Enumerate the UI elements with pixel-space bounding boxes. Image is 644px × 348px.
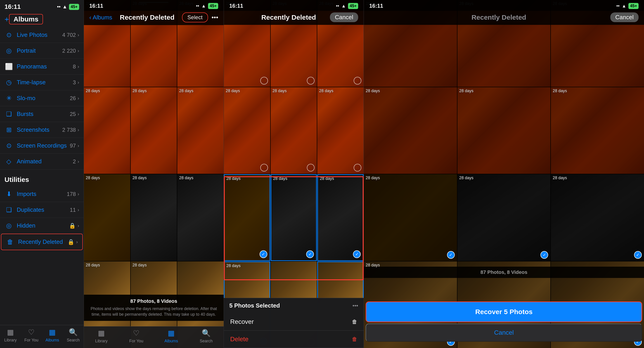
status-icons-2: •• ▲ 45+: [196, 3, 218, 9]
album-item-imports[interactable]: ⬇ Imports 178 ›: [0, 186, 84, 202]
days-label: 28 days: [226, 264, 240, 268]
album-count: 4 702: [62, 32, 76, 38]
tab-bar-2: ▦ Library ♡ For You ▦ Albums 🔍 Search: [84, 326, 224, 348]
cancel-button-3[interactable]: Cancel: [330, 12, 358, 22]
photo-cell: 28 days: [551, 87, 644, 174]
add-album-button[interactable]: +: [4, 15, 9, 24]
photo-cell-selected[interactable]: 28 days ✓: [271, 174, 317, 261]
tab-label: Search: [67, 338, 80, 343]
hidden-icon: ◎: [4, 222, 13, 229]
photo-cell: 28 days✓: [364, 174, 457, 261]
photo-cell: 28 days: [364, 87, 457, 174]
selected-check: ✓: [634, 251, 642, 259]
photo-cell: 28 days: [458, 87, 550, 174]
tab-library-2[interactable]: ▦ Library: [84, 329, 119, 344]
days-label: 28 days: [86, 89, 100, 93]
album-item-portrait[interactable]: ◎ Portrait 2 220 ›: [0, 43, 84, 59]
status-bar-1: 16:11 •• ▲ 45+: [0, 0, 84, 12]
photo-cell[interactable]: 28 days: [224, 87, 270, 174]
tab-albums[interactable]: ▦ Albums: [42, 328, 63, 343]
wifi-icon-2: ▲: [202, 3, 206, 8]
photo-grid-3: 28 days 28 days 28 days 28 days 28 days …: [224, 0, 364, 348]
days-label: 28 days: [272, 89, 287, 93]
days-label: 28 days: [366, 89, 380, 93]
album-item-duplicates[interactable]: ❑ Duplicates 11 ›: [0, 202, 84, 218]
live-photos-icon: ⊙: [4, 31, 13, 39]
wifi-icon: ▲: [62, 4, 68, 10]
time-4: 16:11: [369, 3, 383, 9]
photo-cell-selected[interactable]: 28 days ✓: [317, 174, 364, 261]
tab-search[interactable]: 🔍 Search: [63, 328, 84, 343]
status-icons-3: •• ▲ 45+: [336, 3, 358, 9]
album-item-screen-recordings[interactable]: ⊙ Screen Recordings 97 ›: [0, 138, 84, 154]
album-item-timelapse[interactable]: ◷ Time-lapse 3 ›: [0, 74, 84, 90]
more-options-icon[interactable]: •••: [352, 303, 358, 309]
recover-option[interactable]: Recover 🗑: [224, 313, 364, 331]
album-item-animated[interactable]: ◇ Animated 2 ›: [0, 154, 84, 169]
panel-albums-sidebar: 16:11 •• ▲ 45+ + Albums ⊙ Live Photos 4 …: [0, 0, 84, 348]
album-name: Hidden: [17, 222, 69, 229]
photo-cell[interactable]: 28 days: [317, 87, 364, 174]
selected-check: ✓: [540, 251, 548, 259]
days-label: 28 days: [179, 89, 193, 93]
photo-cell: 28 days: [84, 174, 130, 261]
chevron-icon: ›: [78, 207, 79, 212]
portrait-icon: ◎: [4, 47, 13, 54]
photo-cell[interactable]: 28 days: [271, 87, 317, 174]
days-label: 28 days: [459, 176, 474, 180]
cancel-recovery-button[interactable]: Cancel: [366, 324, 642, 342]
album-count: 2 220: [62, 48, 76, 54]
album-name: Recently Deleted: [18, 238, 68, 245]
album-count: 3: [73, 79, 76, 86]
tab-label: Library: [95, 339, 108, 344]
album-item-panoramas[interactable]: ⬜ Panoramas 8 ›: [0, 59, 84, 74]
chevron-icon: ›: [78, 223, 79, 228]
photo-cell-selected[interactable]: 28 days ✓: [224, 174, 270, 261]
signal-icon-3: ••: [336, 3, 339, 8]
library-icon-2: ▦: [98, 329, 105, 337]
panel-recently-deleted: 28 days 28 days 28 days 28 days 28 days …: [84, 0, 224, 348]
bottom-info-2: 87 Photos, 8 Videos Photos and videos sh…: [84, 295, 224, 321]
signal-icon-2: ••: [196, 3, 199, 8]
select-circle: [354, 164, 361, 172]
tab-library[interactable]: ▦ Library: [0, 328, 21, 343]
tab-bar-1: ▦ Library ♡ For You ▦ Albums 🔍 Search: [0, 325, 84, 348]
photo-count-2: 87 Photos, 8 Videos: [89, 298, 218, 304]
chevron-icon: ›: [78, 159, 79, 164]
tab-for-you[interactable]: ♡ For You: [21, 328, 42, 343]
for-you-icon: ♡: [28, 328, 34, 337]
select-button[interactable]: Select: [182, 12, 208, 22]
album-item-screenshots[interactable]: ⊞ Screenshots 2 738 ›: [0, 122, 84, 138]
delete-option[interactable]: Delete 🗑: [224, 331, 364, 348]
recover-5-photos-button[interactable]: Recover 5 Photos: [366, 302, 642, 322]
action-sheet: 5 Photos Selected ••• Recover 🗑 Delete 🗑: [224, 298, 364, 348]
selected-check: ✓: [353, 250, 361, 258]
album-item-hidden[interactable]: ◎ Hidden 🔒 ›: [0, 218, 84, 234]
album-name: Bursts: [17, 110, 70, 117]
animated-icon: ◇: [4, 158, 13, 165]
days-label: 28 days: [366, 176, 380, 180]
status-bar-3: 16:11 •• ▲ 45+: [224, 0, 364, 11]
tab-label: Library: [4, 338, 17, 343]
album-item-slomo[interactable]: ✳ Slo-mo 26 ›: [0, 90, 84, 106]
photo-cell: 28 days: [177, 87, 224, 174]
signal-icon-4: ••: [616, 3, 620, 8]
tab-for-you-2[interactable]: ♡ For You: [119, 329, 154, 344]
album-name: Imports: [17, 191, 67, 198]
status-bar-2: 16:11 •• ▲ 45+: [84, 0, 224, 11]
album-item-bursts[interactable]: ❑ Bursts 25 ›: [0, 106, 84, 122]
album-name: Duplicates: [17, 206, 70, 213]
cancel-button-4[interactable]: Cancel: [610, 12, 638, 22]
album-item-live-photos[interactable]: ⊙ Live Photos 4 702 ›: [0, 27, 84, 43]
library-icon: ▦: [7, 328, 14, 337]
selected-check: ✓: [306, 250, 314, 258]
status-bar-4: 16:11 •• ▲ 45+: [364, 0, 644, 11]
tab-search-2[interactable]: 🔍 Search: [189, 329, 224, 344]
album-count: 178: [67, 191, 76, 197]
back-button[interactable]: ‹ Albums: [89, 14, 112, 21]
tab-albums-2[interactable]: ▦ Albums: [154, 329, 189, 344]
album-item-recently-deleted[interactable]: 🗑 Recently Deleted 🔒 ›: [1, 234, 83, 250]
screen-recording-icon: ⊙: [4, 142, 13, 149]
back-chevron-icon: ‹: [89, 14, 91, 21]
more-button[interactable]: •••: [212, 14, 218, 21]
